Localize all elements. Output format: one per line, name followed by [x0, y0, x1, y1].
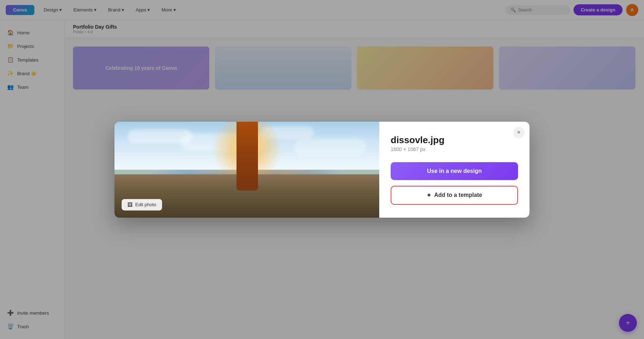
cloud-4 — [294, 139, 366, 155]
edit-photo-icon: 🖼 — [127, 202, 132, 208]
modal-close-button[interactable]: × — [513, 127, 525, 138]
figure-body — [236, 122, 258, 191]
file-dimensions: 1600 × 1067 px — [391, 146, 518, 152]
add-template-label: Add to a template — [434, 192, 482, 198]
modal: × — [114, 122, 530, 218]
modal-actions-panel: dissovle.jpg 1600 × 1067 px Use in a new… — [379, 122, 530, 218]
edit-photo-label: Edit photo — [135, 202, 156, 207]
template-icon: ✦ — [426, 192, 431, 199]
file-name: dissovle.jpg — [391, 135, 518, 146]
add-to-template-button[interactable]: ✦ Add to a template — [391, 186, 518, 205]
file-info: dissovle.jpg 1600 × 1067 px — [391, 135, 518, 156]
modal-image-panel: 🖼 Edit photo — [114, 122, 379, 218]
modal-overlay: × — [0, 0, 644, 339]
edit-photo-button[interactable]: 🖼 Edit photo — [122, 199, 162, 210]
photo-figure — [226, 122, 269, 191]
use-in-new-design-button[interactable]: Use in a new design — [391, 162, 518, 180]
